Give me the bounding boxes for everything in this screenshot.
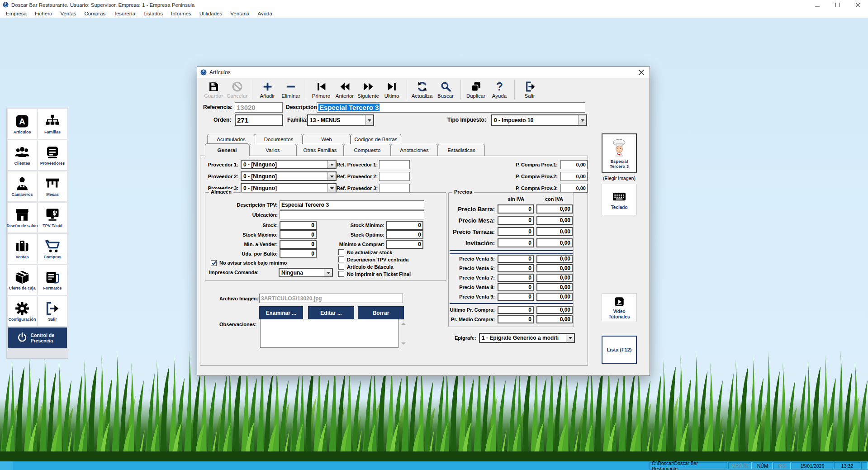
- menu-item[interactable]: Fichero: [31, 11, 56, 16]
- precio-sin-iva-input[interactable]: [498, 255, 534, 263]
- article-image-thumbnail[interactable]: Especial Tercero 3: [602, 133, 637, 173]
- tab-documentos[interactable]: Documentos: [255, 134, 303, 144]
- tab-acumulados[interactable]: Acumulados: [207, 134, 255, 144]
- tab-general[interactable]: General: [205, 143, 249, 157]
- ultimo-button[interactable]: Ultimo: [380, 81, 403, 99]
- stock-input[interactable]: [280, 221, 317, 230]
- tab-otras-familias[interactable]: Otras Familias: [296, 144, 344, 156]
- anadir-button[interactable]: Añadir: [256, 81, 279, 99]
- sidebar-item-articulos[interactable]: Articulos: [8, 109, 37, 139]
- buscar-button[interactable]: Buscar: [434, 81, 457, 99]
- sidebar-item-cierre-caja[interactable]: Cierre de caja: [8, 265, 37, 295]
- precio-con-iva-input[interactable]: [536, 264, 573, 272]
- observaciones-textarea[interactable]: [260, 319, 398, 348]
- ref-proveedor-input[interactable]: [379, 184, 410, 193]
- sidebar-item-salir[interactable]: Salir: [38, 296, 67, 326]
- actualiza-button[interactable]: Actualiza: [410, 81, 434, 99]
- precio-sin-iva-input[interactable]: [498, 238, 534, 247]
- sidebar-item-proveedores[interactable]: Proveedores: [38, 140, 67, 170]
- descripcion-tpv-input[interactable]: [280, 200, 424, 209]
- epigrafe-select[interactable]: 1 - Epigrafe Generico a modifi: [479, 333, 575, 343]
- ubicacion-input[interactable]: [280, 210, 424, 219]
- primero-button[interactable]: Primero: [309, 81, 333, 99]
- min-vender-input[interactable]: [280, 240, 317, 249]
- scroll-down-icon[interactable]: [401, 342, 406, 347]
- sidebar-item-compras[interactable]: Compras: [38, 234, 67, 264]
- sidebar-item-clientes[interactable]: Clientes: [8, 140, 37, 170]
- sidebar-item-camareros[interactable]: Camareros: [8, 171, 37, 201]
- precio-sin-iva-input[interactable]: [498, 204, 534, 214]
- archivo-imagen-input[interactable]: [259, 294, 403, 303]
- tab-varios[interactable]: Varios: [249, 144, 296, 156]
- menu-item[interactable]: Ventas: [56, 11, 80, 16]
- control-presencia-button[interactable]: Control de Presencia: [8, 328, 67, 348]
- chevron-down-icon[interactable]: [324, 269, 332, 276]
- precio-con-iva-input[interactable]: [536, 274, 573, 282]
- p-compra-input[interactable]: [560, 184, 588, 193]
- menu-item[interactable]: Informes: [167, 11, 195, 16]
- descripcion-input[interactable]: Especial Tercero 3: [317, 102, 585, 113]
- precio-sin-iva-input[interactable]: [498, 283, 534, 291]
- familia-select[interactable]: 13 - MENUS: [307, 114, 374, 126]
- sidebar-item-tpv-tactil[interactable]: TPV Táctil: [38, 203, 67, 233]
- anterior-button[interactable]: Anterior: [333, 81, 356, 99]
- precio-con-iva-input[interactable]: [536, 216, 573, 225]
- taskbar-left-segment[interactable]: [0, 461, 13, 470]
- video-tutoriales-button[interactable]: Vídeo Tutoriales: [602, 293, 637, 322]
- maximize-button[interactable]: [827, 0, 848, 9]
- siguiente-button[interactable]: Siguiente: [356, 81, 380, 99]
- checkbox[interactable]: [338, 264, 344, 270]
- precio-sin-iva-input[interactable]: [498, 306, 534, 314]
- menu-item[interactable]: Empresa: [2, 11, 31, 16]
- stock-maximo-input[interactable]: [280, 230, 317, 239]
- min-comprar-input[interactable]: [386, 240, 423, 249]
- editar-button[interactable]: Editar ...: [308, 306, 354, 319]
- precio-con-iva-input[interactable]: [536, 227, 573, 236]
- tab-estadisticas[interactable]: Estadisticas: [438, 144, 485, 156]
- precio-con-iva-input[interactable]: [536, 293, 573, 301]
- proveedor-select[interactable]: 0 - [Ninguno]: [241, 160, 337, 169]
- examinar-button[interactable]: Examinar ...: [259, 306, 303, 319]
- sidebar-item-ventas[interactable]: Ventas: [8, 234, 37, 264]
- menu-item[interactable]: Listados: [139, 11, 167, 16]
- checkbox[interactable]: [338, 256, 344, 262]
- precio-sin-iva-input[interactable]: [498, 216, 534, 225]
- chevron-down-icon[interactable]: [327, 184, 336, 192]
- menu-item[interactable]: Ventana: [226, 11, 253, 16]
- tab-codigos-barras[interactable]: Codigos de Barras: [351, 134, 401, 144]
- proveedor-select[interactable]: 0 - [Ninguno]: [241, 171, 337, 181]
- sidebar-item-diseno-salon[interactable]: Diseño de salón: [8, 203, 37, 233]
- stock-optimo-input[interactable]: [386, 230, 423, 239]
- stock-minimo-input[interactable]: [386, 221, 423, 230]
- close-window-button[interactable]: [848, 0, 868, 9]
- menu-item[interactable]: Tesorería: [109, 11, 139, 16]
- guardar-button[interactable]: Guardar: [202, 81, 225, 99]
- menu-item[interactable]: Compras: [81, 11, 110, 16]
- eliminar-button[interactable]: Eliminar: [279, 81, 303, 99]
- cancelar-button[interactable]: Cancelar: [225, 81, 249, 99]
- precio-sin-iva-input[interactable]: [498, 274, 534, 282]
- ref-proveedor-input[interactable]: [379, 172, 410, 181]
- tab-web[interactable]: Web: [303, 134, 351, 144]
- dialog-close-button[interactable]: [638, 69, 645, 76]
- ayuda-button[interactable]: Ayuda: [488, 81, 511, 99]
- proveedor-select[interactable]: 0 - [Ninguno]: [241, 183, 337, 193]
- chevron-down-icon[interactable]: [327, 161, 336, 168]
- teclado-button[interactable]: Teclado: [602, 184, 637, 215]
- checkbox[interactable]: [338, 271, 344, 277]
- chevron-down-icon[interactable]: [578, 115, 586, 125]
- chevron-down-icon[interactable]: [327, 172, 336, 180]
- salir-button[interactable]: Salir: [518, 81, 541, 99]
- sidebar-item-familias[interactable]: Familias: [38, 109, 67, 139]
- chevron-down-icon[interactable]: [365, 115, 373, 125]
- referencia-input[interactable]: [235, 102, 283, 113]
- sidebar-item-mesas[interactable]: Mesas: [38, 171, 67, 201]
- precio-sin-iva-input[interactable]: [498, 227, 534, 236]
- uds-bulto-input[interactable]: [280, 249, 317, 258]
- chevron-down-icon[interactable]: [566, 334, 574, 342]
- scroll-up-icon[interactable]: [401, 320, 406, 325]
- precio-con-iva-input[interactable]: [536, 238, 573, 247]
- orden-input[interactable]: [235, 114, 283, 126]
- precio-con-iva-input[interactable]: [536, 306, 573, 314]
- lista-f12-button[interactable]: Lista (F12): [602, 336, 637, 364]
